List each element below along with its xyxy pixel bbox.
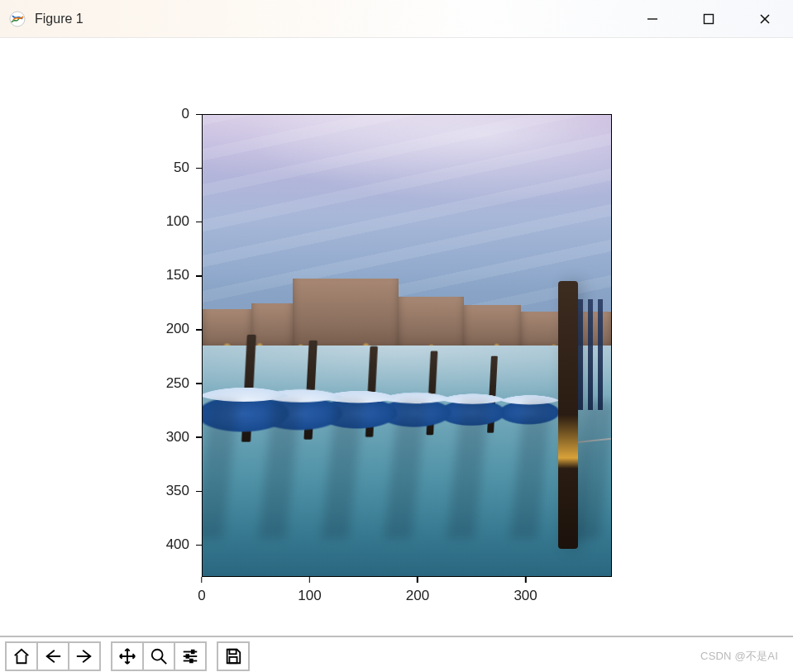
zoom-button[interactable] <box>142 641 175 671</box>
svg-rect-12 <box>189 658 193 663</box>
y-tick-label: 200 <box>166 321 202 337</box>
save-icon <box>224 647 242 665</box>
configure-subplots-icon <box>181 647 199 665</box>
save-button[interactable] <box>217 641 250 671</box>
svg-rect-2 <box>705 14 714 23</box>
zoom-icon <box>150 647 168 665</box>
y-tick-label: 350 <box>166 483 202 499</box>
pan-button[interactable] <box>111 641 144 671</box>
svg-rect-13 <box>229 649 236 654</box>
axes-image <box>202 114 612 577</box>
y-tick-label: 50 <box>174 160 202 176</box>
forward-icon <box>75 647 93 665</box>
window-controls <box>624 0 793 37</box>
back-button[interactable] <box>36 641 69 671</box>
x-tick-label: 300 <box>514 577 537 604</box>
axes[interactable]: 0501001502002503003504000100200300 <box>202 114 612 577</box>
y-tick-label: 150 <box>166 267 202 284</box>
back-icon <box>44 647 62 665</box>
figure-canvas[interactable]: 0501001502002503003504000100200300 <box>0 38 793 636</box>
y-tick-label: 300 <box>166 429 202 446</box>
titlebar: Figure 1 <box>0 0 793 38</box>
svg-rect-10 <box>186 654 190 659</box>
navigation-toolbar: CSDN @不是AI <box>0 636 793 672</box>
x-tick-label: 100 <box>298 577 321 604</box>
home-icon <box>12 647 31 665</box>
x-tick-label: 200 <box>406 577 429 604</box>
svg-point-0 <box>10 12 25 26</box>
configure-subplots-button[interactable] <box>174 641 207 671</box>
svg-point-5 <box>152 649 163 660</box>
minimize-button[interactable] <box>624 0 681 37</box>
close-button[interactable] <box>737 0 793 37</box>
svg-rect-14 <box>229 656 236 662</box>
forward-button[interactable] <box>68 641 101 671</box>
svg-line-6 <box>161 658 166 663</box>
svg-rect-8 <box>191 649 195 654</box>
app-icon <box>8 10 26 28</box>
home-button[interactable] <box>5 641 38 671</box>
x-tick-label: 0 <box>198 577 205 604</box>
pan-icon <box>118 647 136 665</box>
watermark-text: CSDN @不是AI <box>700 649 778 664</box>
y-tick-label: 400 <box>166 536 202 553</box>
y-tick-label: 0 <box>182 106 202 122</box>
window-title: Figure 1 <box>35 12 84 26</box>
maximize-button[interactable] <box>681 0 737 37</box>
y-tick-label: 100 <box>166 213 202 230</box>
y-tick-label: 250 <box>166 375 202 392</box>
